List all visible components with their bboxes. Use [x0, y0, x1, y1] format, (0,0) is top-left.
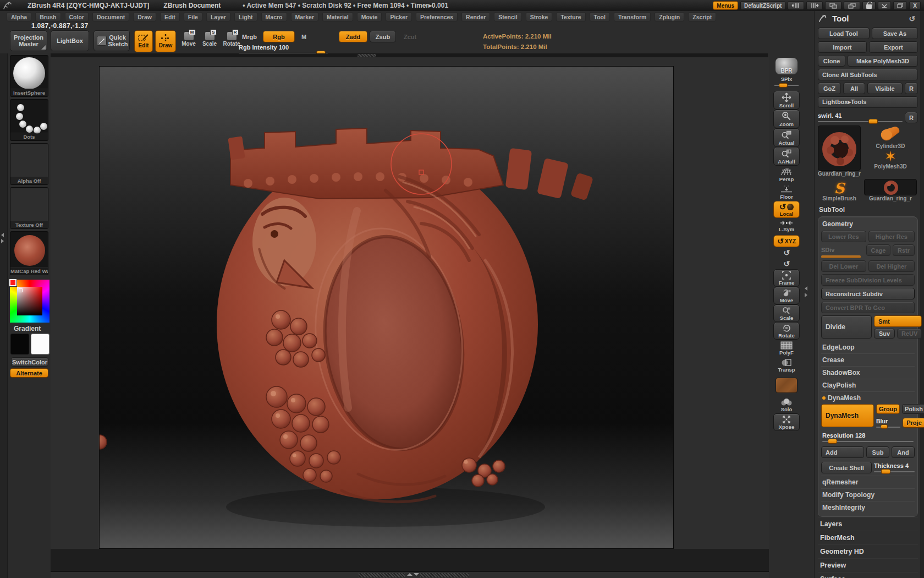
convert-bpr-button[interactable]: Convert BPR To Geo	[821, 302, 915, 313]
save-as-button[interactable]: Save As	[872, 28, 918, 39]
edit-button[interactable]: Edit	[134, 30, 153, 52]
reconstruct-subdiv-button[interactable]: Reconstruct Subdiv	[821, 288, 915, 299]
higher-res-button[interactable]: Higher Res	[868, 231, 915, 242]
menu-item-picker[interactable]: Picker	[386, 12, 412, 21]
scale-button[interactable]: S Scale	[200, 32, 219, 47]
actual-button[interactable]: Actual	[773, 128, 800, 147]
cylinder3d-icon[interactable]	[878, 126, 903, 142]
menu-item-light[interactable]: Light	[234, 12, 257, 21]
polish-button[interactable]: Polish	[902, 404, 924, 414]
claypolish-section-header[interactable]: ClayPolish	[821, 379, 915, 391]
swirl-r-button[interactable]: R	[905, 112, 918, 123]
create-shell-button[interactable]: Create Shell	[821, 462, 872, 473]
quick-sketch-button[interactable]: Quick Sketch	[94, 30, 130, 51]
and-button[interactable]: And	[892, 446, 915, 458]
menu-item-macro[interactable]: Macro	[261, 12, 287, 21]
switch-color-button[interactable]: SwitchColor	[11, 357, 48, 367]
menu-item-material[interactable]: Material	[322, 12, 353, 21]
menu-item-tool[interactable]: Tool	[590, 12, 610, 21]
gradient-label[interactable]: Gradient	[14, 325, 41, 332]
menu-item-marker[interactable]: Marker	[291, 12, 318, 21]
menu-item-zscript[interactable]: Zscript	[688, 12, 716, 21]
lsym-button[interactable]: L.Sym	[773, 218, 800, 233]
projection-master-button[interactable]: Projection Master	[10, 30, 47, 51]
current-brush-button[interactable]: InsertSphere	[10, 55, 48, 97]
mrgb-button[interactable]: Mrgb	[238, 31, 261, 42]
menu-item-draw[interactable]: Draw	[133, 12, 156, 21]
swirl-handle[interactable]	[868, 119, 878, 124]
geometry-section-header[interactable]: Geometry	[821, 219, 915, 231]
zcut-button[interactable]: Zcut	[399, 31, 421, 42]
xpose-button[interactable]: Xpose	[773, 413, 800, 431]
resolution-slider[interactable]: Resolution 128	[822, 430, 914, 442]
xyz-button[interactable]: ↺ XYZ	[773, 235, 800, 247]
current-texture-button[interactable]: Texture Off	[10, 187, 48, 229]
solo-button[interactable]: Solo	[773, 396, 800, 413]
ring-model[interactable]	[100, 67, 674, 549]
bottom-grip-right[interactable]	[420, 573, 469, 577]
menu-item-texture[interactable]: Texture	[556, 12, 585, 21]
m-button[interactable]: M	[297, 31, 311, 42]
menu-item-document[interactable]: Document	[92, 12, 129, 21]
cage-button[interactable]: Cage	[866, 244, 890, 256]
selected-color-swatch[interactable]	[9, 279, 16, 286]
blur-handle[interactable]	[881, 424, 888, 429]
left-tray-handle[interactable]	[1, 233, 4, 243]
sub-button[interactable]: Sub	[866, 446, 889, 458]
restore-button[interactable]	[893, 1, 907, 10]
divide-button[interactable]: Divide	[821, 315, 872, 339]
zadd-button[interactable]: Zadd	[339, 31, 367, 42]
sdiv-slider[interactable]: SDiv	[821, 244, 864, 258]
resolution-handle[interactable]	[828, 439, 837, 444]
section-header-geometry-hd[interactable]: Geometry HD	[818, 544, 918, 558]
menu-item-stroke[interactable]: Stroke	[526, 12, 553, 21]
make-polymesh3d-button[interactable]: Make PolyMesh3D	[848, 55, 918, 67]
floor-button[interactable]: Floor	[773, 183, 800, 201]
shadowbox-section-header[interactable]: ShadowBox	[821, 366, 915, 379]
y-rotate-button[interactable]: ↺	[773, 247, 800, 258]
rstr-button[interactable]: Rstr	[893, 244, 915, 256]
section-header-fibermesh[interactable]: FiberMesh	[818, 531, 918, 544]
lightbox-tools-button[interactable]: Lightbox▸Tools	[818, 96, 918, 108]
simplebrush-icon[interactable]: S	[834, 180, 845, 197]
menu-item-alpha[interactable]: Alpha	[7, 12, 31, 21]
local-button[interactable]: ↺ Local	[773, 201, 800, 218]
tray-collapse-left-button[interactable]	[788, 1, 804, 10]
goz-r-button[interactable]: R	[905, 83, 918, 94]
tray-collapse-right-button[interactable]	[806, 1, 823, 10]
section-header-layers[interactable]: Layers	[818, 517, 918, 531]
load-tool-button[interactable]: Load Tool	[818, 28, 870, 39]
bottom-tray-toggle[interactable]	[407, 573, 419, 576]
blur-slider[interactable]: Blur	[876, 416, 900, 428]
palette-scrollbar[interactable]	[920, 11, 924, 578]
menu-item-layer[interactable]: Layer	[206, 12, 230, 21]
menu-item-preferences[interactable]: Preferences	[416, 12, 458, 21]
current-stroke-button[interactable]: Dots	[10, 99, 48, 141]
menu-item-edit[interactable]: Edit	[160, 12, 180, 21]
goz-all-button[interactable]: All	[843, 83, 865, 94]
del-lower-button[interactable]: Del Lower	[821, 260, 866, 272]
close-button[interactable]: X	[909, 1, 921, 10]
scroll-button[interactable]: Scroll	[773, 91, 800, 110]
persp-button[interactable]: Persp	[773, 166, 800, 183]
transp-button[interactable]: Transp	[773, 357, 800, 374]
spix-handle[interactable]	[779, 83, 788, 88]
smt-button[interactable]: Smt	[874, 315, 922, 327]
import-button[interactable]: Import	[818, 41, 867, 53]
subtool-section-header[interactable]: SubTool	[818, 204, 918, 215]
default-zscript-button[interactable]: DefaultZScript	[740, 1, 785, 10]
crease-section-header[interactable]: Crease	[821, 353, 915, 366]
suv-button[interactable]: Suv	[874, 329, 895, 339]
lightbox-button[interactable]: LightBox	[51, 30, 89, 51]
rgb-button[interactable]: Rgb	[263, 31, 295, 42]
z-rotate-button[interactable]: ↺	[773, 258, 800, 269]
project-button[interactable]: Proje	[903, 418, 924, 428]
qremesher-section-header[interactable]: qRemesher	[821, 476, 915, 488]
move-button[interactable]: M Move	[179, 32, 198, 47]
current-material-button[interactable]: MatCap Red Wa	[10, 231, 48, 275]
menu-item-render[interactable]: Render	[461, 12, 490, 21]
main-color-swatch[interactable]	[10, 334, 29, 355]
minimize-button[interactable]	[878, 1, 891, 10]
menus-toggle-button[interactable]: Menus	[713, 1, 738, 10]
lower-res-button[interactable]: Lower Res	[821, 231, 866, 242]
